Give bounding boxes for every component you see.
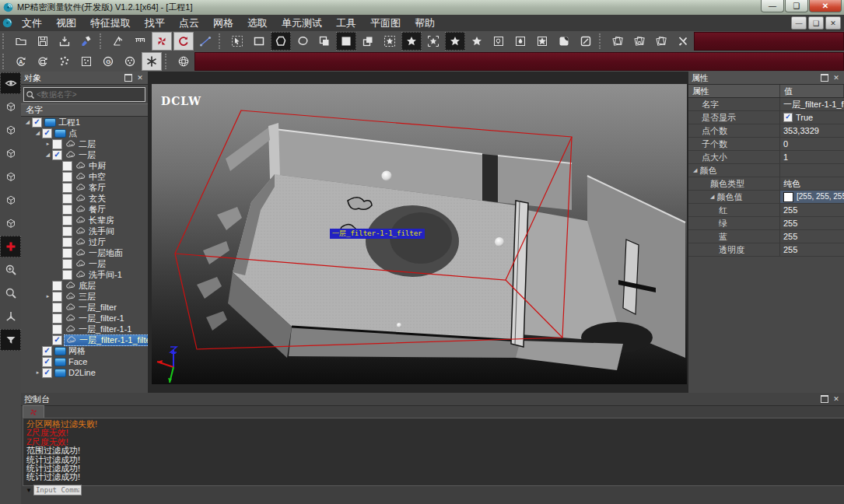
menu-view[interactable]: 视图 [49,15,83,31]
value-checkbox[interactable]: ✓ [783,113,793,122]
restore-button[interactable]: ❑ [785,0,808,12]
property-value[interactable]: [255, 255, 255]... [780,191,844,203]
visibility-checkbox[interactable] [62,259,72,269]
lasso-select-button[interactable] [292,32,313,51]
tree-row[interactable]: 洗手间 [21,226,148,236]
tree-row[interactable]: 过厅 [21,236,148,247]
star-select-button[interactable] [401,32,422,51]
viewport-3d-canvas[interactable]: DCLW 一层_filter-1-1_filter [152,84,687,384]
tree-row[interactable]: 一层 [21,258,148,269]
visibility-checkbox[interactable] [62,183,72,193]
tree-row[interactable]: 洗手间-1 [21,269,148,280]
visibility-checkbox[interactable] [62,215,72,226]
star-corners-select-button[interactable] [423,32,443,51]
visibility-checkbox[interactable] [52,281,62,291]
mdi-restore-button[interactable]: ❑ [808,16,824,30]
toolbar-grip[interactable] [219,33,223,49]
tree-row[interactable]: 一层_filter [21,302,148,313]
star-region-tool-button[interactable] [532,32,552,51]
toolbar-grip[interactable] [165,54,170,69]
collapse-icon[interactable]: ◢ [44,152,52,158]
toolbar-grip[interactable] [2,33,7,49]
tree-row[interactable]: 玄关 [21,193,148,204]
drop-region-tool-button[interactable] [510,32,531,51]
star-select-2-button[interactable] [445,32,465,51]
view-cube-5-button[interactable] [0,189,21,211]
subtract-selection-button[interactable] [358,32,378,51]
visibility-checkbox[interactable] [52,313,62,324]
visibility-checkbox[interactable] [52,303,62,313]
property-value[interactable]: 0 [780,138,844,150]
zoom-in-tool-button[interactable] [0,259,21,281]
view-cube-4-button[interactable] [0,166,21,187]
page-slash-tool-button[interactable] [576,32,596,51]
menu-unit-test[interactable]: 单元测试 [275,15,329,31]
tree-row-selected[interactable]: 一层_filter-1-1_filter [64,334,148,346]
property-value[interactable]: 255 [780,204,844,216]
property-value[interactable]: 255 [780,243,844,256]
menu-floorplan[interactable]: 平面图 [363,15,408,31]
delete-cross-tool-button[interactable] [673,32,693,51]
close-button[interactable]: ✕ [809,0,842,12]
circle-dots-tool-button[interactable] [120,52,140,71]
visibility-checkbox[interactable] [62,205,72,215]
tree-row[interactable]: 客厅 [21,182,148,193]
menu-point-cloud[interactable]: 点云 [172,15,206,31]
expand-icon[interactable]: ▸ [44,293,52,299]
expand-icon[interactable]: ▸ [44,141,52,147]
rect-select-button[interactable] [249,32,269,51]
visibility-checkbox[interactable]: ✓ [42,346,52,356]
collapse-icon[interactable]: ◢ [693,164,697,177]
visibility-checkbox[interactable] [62,237,72,247]
menu-file[interactable]: 文件 [15,15,49,31]
mdi-close-button[interactable]: ✕ [825,16,841,30]
visibility-checkbox[interactable]: ✓ [42,368,52,378]
menu-mesh[interactable]: 网格 [206,15,240,31]
toolbar-grip[interactable] [2,54,7,69]
color-swatch[interactable] [783,192,793,202]
toolbar-grip[interactable] [100,33,104,49]
visibility-checkbox[interactable] [62,172,72,182]
polyline-tool-button[interactable] [195,32,215,51]
console-tab[interactable] [23,405,44,418]
property-value[interactable]: 1 [780,151,844,163]
minimize-button[interactable]: — [761,0,784,12]
level-tool-button[interactable] [108,32,128,51]
expand-icon[interactable]: ▸ [33,369,42,376]
properties-panel-close-button[interactable]: ✕ [832,74,841,82]
stack-delete-tool-button[interactable] [629,32,650,51]
tree-row[interactable]: ▸✓D2Line [21,367,148,378]
refresh-tool-button[interactable] [173,32,194,51]
select-cursor-button[interactable] [227,32,247,51]
visibility-checkbox[interactable] [52,139,62,149]
visibility-checkbox[interactable]: ✓ [42,357,52,367]
tree-row[interactable]: 一层_filter-1 [21,313,148,324]
visibility-checkbox[interactable] [52,292,62,302]
console-close-button[interactable]: ✕ [832,395,841,404]
visibility-checkbox[interactable]: ✓ [32,117,42,128]
visibility-checkbox[interactable] [62,270,72,280]
tree-row[interactable]: 一层_filter-1-1 [21,324,148,334]
star-select-dashed-button[interactable] [380,32,400,51]
view-cube-1-button[interactable] [0,96,21,117]
polygon-select-button[interactable] [271,32,291,51]
collapse-icon[interactable]: ◢ [23,119,32,125]
visibility-checkbox[interactable]: ✓ [52,150,62,160]
tree-row[interactable]: ◢✓点 [21,128,148,138]
save-file-button[interactable] [33,32,53,51]
tree-row[interactable]: 中空 [21,171,148,182]
tree-row[interactable]: ▸三层 [21,291,148,302]
page-curl-tool-button[interactable] [554,32,574,51]
property-value[interactable]: 一层_filter-1-1_filter [780,98,844,110]
property-value[interactable]: 353,3329 [780,124,844,137]
tree-row[interactable]: 一层地面 [21,247,148,258]
collapse-icon[interactable]: ◢ [710,191,714,203]
tree-row[interactable]: 餐厅 [21,204,148,215]
visibility-toggle-button[interactable] [0,72,21,94]
view-cube-2-button[interactable] [0,119,21,141]
object-search-input[interactable] [35,90,143,99]
visibility-checkbox[interactable] [62,161,72,171]
visibility-checkbox[interactable]: ✓ [52,335,62,345]
stack-tool-2-button[interactable] [651,32,671,51]
mdi-minimize-button[interactable]: — [791,16,807,30]
